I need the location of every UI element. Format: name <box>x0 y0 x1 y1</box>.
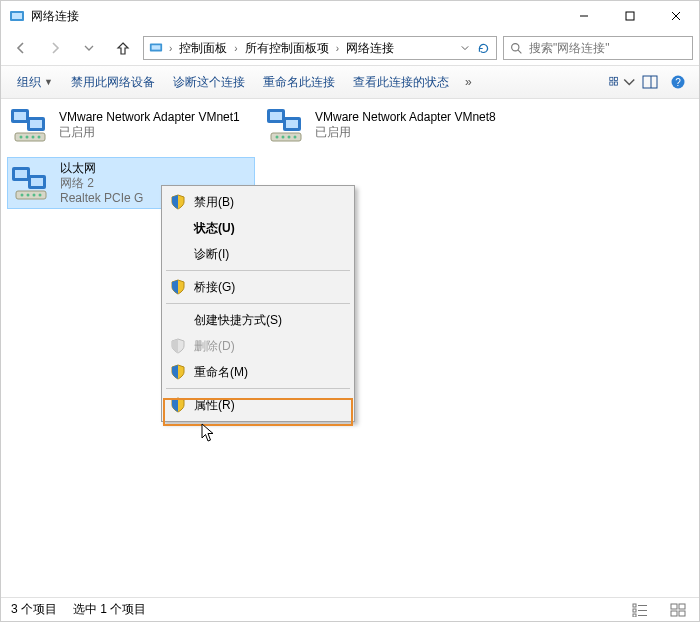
breadcrumb-sep: › <box>231 43 240 54</box>
context-menu-separator <box>166 388 350 389</box>
toolbar-organize-button[interactable]: 组织 ▼ <box>9 70 61 95</box>
context-menu-status-label: 状态(U) <box>194 220 342 237</box>
context-menu-diagnose[interactable]: 诊断(I) <box>164 241 352 267</box>
svg-point-8 <box>512 43 519 50</box>
svg-rect-49 <box>633 614 636 617</box>
adapter-name: VMware Network Adapter VMnet8 <box>315 110 496 125</box>
context-menu-bridge-label: 桥接(G) <box>194 279 342 296</box>
context-menu-delete-label: 删除(D) <box>194 338 342 355</box>
adapter-detail: Realtek PCIe G <box>60 191 143 206</box>
search-placeholder: 搜索"网络连接" <box>529 40 686 57</box>
window-icon <box>9 8 25 24</box>
adapter-status: 已启用 <box>315 125 496 140</box>
toolbar-disable-device-button[interactable]: 禁用此网络设备 <box>63 70 163 95</box>
status-bar: 3 个项目 选中 1 个项目 <box>1 597 699 621</box>
svg-rect-51 <box>671 604 677 609</box>
svg-point-24 <box>26 136 29 139</box>
toolbar-view-status-label: 查看此连接的状态 <box>353 74 449 91</box>
breadcrumb-item-control-panel[interactable]: 控制面板 <box>175 40 231 57</box>
toolbar-view-options-button[interactable] <box>609 70 635 94</box>
toolbar-preview-pane-button[interactable] <box>637 70 663 94</box>
network-adapter-icon <box>9 103 53 147</box>
toolbar-view-status-button[interactable]: 查看此连接的状态 <box>345 70 457 95</box>
context-menu-diagnose-label: 诊断(I) <box>194 246 342 263</box>
shield-icon <box>170 338 186 354</box>
svg-point-43 <box>33 194 36 197</box>
context-menu-status[interactable]: 状态(U) <box>164 215 352 241</box>
context-menu: 禁用(B) 状态(U) 诊断(I) 桥接(G) 创建快捷方式(S) 删除(D) … <box>161 185 355 422</box>
svg-rect-52 <box>679 604 685 609</box>
nav-forward-button[interactable] <box>41 34 69 62</box>
adapter-vmnet8[interactable]: VMware Network Adapter VMnet8 已启用 <box>263 99 511 151</box>
svg-point-44 <box>39 194 42 197</box>
context-menu-create-shortcut[interactable]: 创建快捷方式(S) <box>164 307 352 333</box>
window-title: 网络连接 <box>31 8 561 25</box>
minimize-button[interactable] <box>561 1 607 31</box>
window-controls <box>561 1 699 31</box>
toolbar-rename-button[interactable]: 重命名此连接 <box>255 70 343 95</box>
context-menu-rename[interactable]: 重命名(M) <box>164 359 352 385</box>
breadcrumb-root-icon[interactable] <box>146 40 166 57</box>
shield-icon <box>170 194 186 210</box>
shield-icon <box>170 279 186 295</box>
toolbar-diagnose-button[interactable]: 诊断这个连接 <box>165 70 253 95</box>
toolbar: 组织 ▼ 禁用此网络设备 诊断这个连接 重命名此连接 查看此连接的状态 » ? <box>1 65 699 99</box>
svg-point-34 <box>288 136 291 139</box>
breadcrumb-item-network-connections[interactable]: 网络连接 <box>342 40 398 57</box>
svg-rect-14 <box>643 76 657 88</box>
search-icon <box>510 42 523 55</box>
svg-rect-13 <box>614 82 617 85</box>
svg-line-9 <box>518 50 521 53</box>
breadcrumb[interactable]: › 控制面板 › 所有控制面板项 › 网络连接 <box>143 36 497 60</box>
context-menu-create-shortcut-label: 创建快捷方式(S) <box>194 312 342 329</box>
search-input[interactable]: 搜索"网络连接" <box>503 36 693 60</box>
nav-history-dropdown[interactable] <box>75 34 103 62</box>
svg-point-42 <box>27 194 30 197</box>
toolbar-diagnose-label: 诊断这个连接 <box>173 74 245 91</box>
svg-rect-53 <box>671 611 677 616</box>
network-adapter-icon <box>265 103 309 147</box>
toolbar-disable-device-label: 禁用此网络设备 <box>71 74 155 91</box>
context-menu-separator <box>166 270 350 271</box>
svg-point-33 <box>282 136 285 139</box>
nav-up-button[interactable] <box>109 34 137 62</box>
address-row: › 控制面板 › 所有控制面板项 › 网络连接 搜索"网络连接" <box>1 31 699 65</box>
breadcrumb-refresh-button[interactable] <box>473 42 494 55</box>
breadcrumb-sep: › <box>333 43 342 54</box>
view-details-button[interactable] <box>629 601 651 619</box>
shield-icon <box>170 364 186 380</box>
breadcrumb-dropdown[interactable] <box>457 44 473 52</box>
svg-rect-28 <box>270 112 282 120</box>
blank-icon <box>170 220 186 236</box>
maximize-button[interactable] <box>607 1 653 31</box>
close-button[interactable] <box>653 1 699 31</box>
context-menu-rename-label: 重命名(M) <box>194 364 342 381</box>
breadcrumb-item-all-items[interactable]: 所有控制面板项 <box>241 40 333 57</box>
svg-rect-21 <box>30 120 42 128</box>
context-menu-properties[interactable]: 属性(R) <box>164 392 352 418</box>
svg-text:?: ? <box>675 77 681 88</box>
blank-icon <box>170 312 186 328</box>
svg-rect-10 <box>610 77 613 80</box>
toolbar-help-button[interactable]: ? <box>665 70 691 94</box>
svg-rect-12 <box>610 82 613 85</box>
adapter-name: 以太网 <box>60 161 143 176</box>
context-menu-disable[interactable]: 禁用(B) <box>164 189 352 215</box>
svg-point-35 <box>294 136 297 139</box>
toolbar-overflow-button[interactable]: » <box>459 75 478 89</box>
svg-point-32 <box>276 136 279 139</box>
title-bar: 网络连接 <box>1 1 699 31</box>
nav-back-button[interactable] <box>7 34 35 62</box>
status-selected-count: 选中 1 个项目 <box>73 601 146 618</box>
view-large-icons-button[interactable] <box>667 601 689 619</box>
svg-rect-3 <box>626 12 634 20</box>
svg-rect-7 <box>152 45 161 49</box>
toolbar-organize-label: 组织 <box>17 74 41 91</box>
adapter-vmnet1[interactable]: VMware Network Adapter VMnet1 已启用 <box>7 99 255 151</box>
context-menu-bridge[interactable]: 桥接(G) <box>164 274 352 300</box>
context-menu-disable-label: 禁用(B) <box>194 194 342 211</box>
svg-rect-11 <box>614 77 617 80</box>
svg-point-23 <box>20 136 23 139</box>
svg-rect-39 <box>31 178 43 186</box>
svg-point-25 <box>32 136 35 139</box>
